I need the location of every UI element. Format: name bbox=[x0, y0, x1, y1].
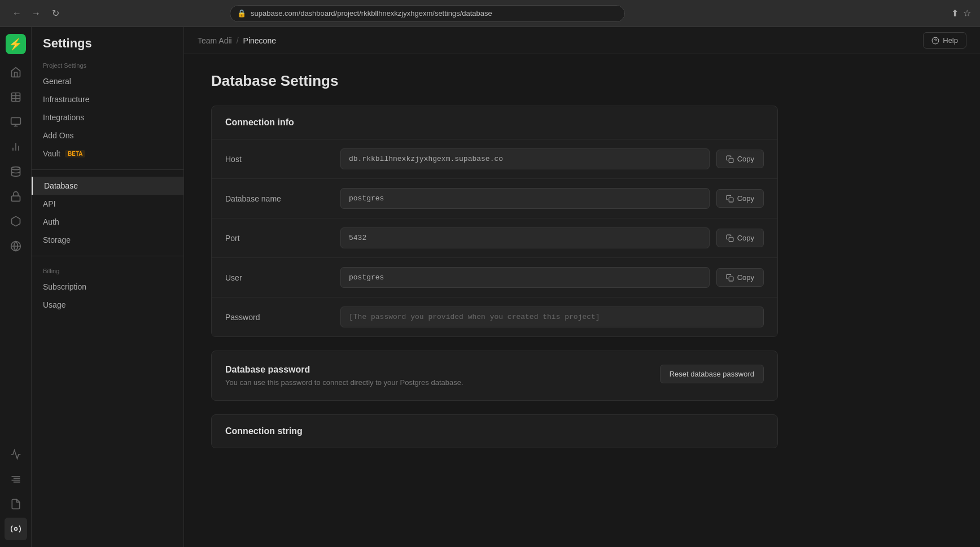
project-settings-label: Project Settings bbox=[32, 58, 183, 72]
svg-rect-9 bbox=[11, 196, 20, 201]
connection-info-header: Connection info bbox=[212, 106, 777, 139]
settings-icon-btn[interactable] bbox=[5, 518, 27, 540]
icon-sidebar: ⚡ bbox=[0, 27, 32, 547]
svg-rect-20 bbox=[729, 198, 733, 202]
reports-icon-btn[interactable] bbox=[5, 493, 27, 515]
svg-point-8 bbox=[11, 167, 20, 170]
database-name-copy-button[interactable]: Copy bbox=[716, 189, 764, 208]
database-name-input-wrapper: Copy bbox=[340, 188, 764, 209]
sidebar-item-storage[interactable]: Storage bbox=[32, 231, 183, 249]
forward-button[interactable]: → bbox=[28, 6, 44, 21]
db-password-desc: You can use this password to connect dir… bbox=[225, 378, 463, 387]
user-row: User Copy bbox=[212, 258, 777, 297]
analytics-icon bbox=[10, 449, 21, 460]
nav-divider-1 bbox=[32, 169, 183, 170]
logs-icon bbox=[10, 474, 21, 485]
home-icon-btn[interactable] bbox=[5, 61, 27, 84]
breadcrumb-separator: / bbox=[237, 36, 239, 45]
connection-info-title: Connection info bbox=[225, 117, 764, 128]
sidebar-item-general[interactable]: General bbox=[32, 72, 183, 90]
db-password-title: Database password bbox=[225, 365, 463, 375]
user-copy-button[interactable]: Copy bbox=[716, 268, 764, 287]
storage-icon bbox=[10, 216, 21, 227]
vault-beta-badge: BETA bbox=[65, 150, 85, 157]
reports-icon bbox=[10, 498, 21, 510]
sidebar-item-infrastructure[interactable]: Infrastructure bbox=[32, 90, 183, 108]
breadcrumb-team: Team Adii bbox=[198, 36, 232, 45]
connection-string-card: Connection string bbox=[211, 414, 778, 448]
user-input-wrapper: Copy bbox=[340, 267, 764, 288]
address-bar[interactable]: 🔒 supabase.com/dashboard/project/rkkbllh… bbox=[230, 5, 625, 22]
dash-icon-btn[interactable] bbox=[5, 135, 27, 158]
functions-icon bbox=[10, 240, 21, 252]
sidebar-item-vault[interactable]: Vault BETA bbox=[32, 145, 183, 163]
sidebar-item-integrations[interactable]: Integrations bbox=[32, 108, 183, 126]
breadcrumb-current: Pinecone bbox=[243, 36, 276, 45]
connection-info-card: Connection info Host Copy Database bbox=[211, 106, 778, 337]
password-input[interactable] bbox=[340, 307, 764, 327]
user-label: User bbox=[225, 273, 327, 282]
home-icon bbox=[10, 67, 21, 78]
database-name-input[interactable] bbox=[340, 188, 710, 209]
url-text: supabase.com/dashboard/project/rkkbllhne… bbox=[251, 9, 492, 17]
analytics-icon-btn[interactable] bbox=[5, 443, 27, 466]
logs-icon-btn[interactable] bbox=[5, 468, 27, 491]
svg-rect-19 bbox=[729, 158, 733, 163]
password-label: Password bbox=[225, 313, 327, 322]
db-icon-btn[interactable] bbox=[5, 160, 27, 183]
host-copy-button[interactable]: Copy bbox=[716, 150, 764, 168]
billing-label: Billing bbox=[32, 263, 183, 278]
port-input-wrapper: Copy bbox=[340, 227, 764, 248]
functions-icon-btn[interactable] bbox=[5, 235, 27, 257]
sidebar-item-database[interactable]: Database bbox=[32, 177, 183, 195]
port-input[interactable] bbox=[340, 227, 710, 248]
svg-rect-4 bbox=[11, 118, 20, 125]
bookmark-button[interactable]: ☆ bbox=[963, 8, 971, 19]
settings-icon bbox=[10, 523, 21, 535]
reload-button[interactable]: ↻ bbox=[47, 6, 63, 21]
port-label: Port bbox=[225, 234, 327, 243]
sql-icon-btn[interactable] bbox=[5, 111, 27, 133]
copy-icon bbox=[726, 195, 734, 203]
table-icon-btn[interactable] bbox=[5, 86, 27, 108]
auth-icon-btn[interactable] bbox=[5, 185, 27, 208]
password-input-wrapper bbox=[340, 307, 764, 327]
copy-icon bbox=[726, 274, 734, 282]
share-button[interactable]: ⬆ bbox=[951, 8, 959, 19]
password-row: Password bbox=[212, 297, 777, 336]
database-name-row: Database name Copy bbox=[212, 179, 777, 218]
svg-rect-22 bbox=[729, 277, 733, 281]
reset-password-button[interactable]: Reset database password bbox=[660, 365, 764, 383]
port-copy-button[interactable]: Copy bbox=[716, 229, 764, 247]
top-bar: Team Adii / Pinecone Help bbox=[184, 27, 980, 54]
lock-icon: 🔒 bbox=[237, 9, 246, 17]
sidebar-item-subscription[interactable]: Subscription bbox=[32, 278, 183, 296]
connection-string-title: Connection string bbox=[225, 426, 764, 436]
database-password-card: Database password You can use this passw… bbox=[211, 351, 778, 401]
port-row: Port Copy bbox=[212, 218, 777, 258]
back-button[interactable]: ← bbox=[9, 6, 25, 21]
help-button[interactable]: Help bbox=[923, 32, 966, 49]
dash-icon bbox=[10, 141, 21, 152]
logo: ⚡ bbox=[6, 34, 26, 54]
password-card-text: Database password You can use this passw… bbox=[225, 365, 463, 387]
copy-icon bbox=[726, 234, 734, 242]
sidebar-item-usage[interactable]: Usage bbox=[32, 296, 183, 314]
sidebar-item-api[interactable]: API bbox=[32, 195, 183, 213]
sidebar-item-auth[interactable]: Auth bbox=[32, 213, 183, 231]
app-layout: ⚡ bbox=[0, 27, 980, 547]
auth-icon bbox=[10, 191, 21, 202]
page-content: Database Settings Connection info Host C… bbox=[184, 54, 805, 466]
host-input[interactable] bbox=[340, 148, 710, 169]
storage-icon-btn[interactable] bbox=[5, 210, 27, 233]
database-name-label: Database name bbox=[225, 194, 327, 203]
sidebar-item-add-ons[interactable]: Add Ons bbox=[32, 126, 183, 145]
host-input-wrapper: Copy bbox=[340, 148, 764, 169]
sql-icon bbox=[10, 116, 21, 128]
table-icon bbox=[10, 91, 21, 103]
help-icon bbox=[931, 37, 939, 45]
user-input[interactable] bbox=[340, 267, 710, 288]
nav-divider-2 bbox=[32, 256, 183, 256]
main-content: Team Adii / Pinecone Help Database Setti… bbox=[184, 27, 980, 547]
svg-rect-21 bbox=[729, 237, 733, 242]
